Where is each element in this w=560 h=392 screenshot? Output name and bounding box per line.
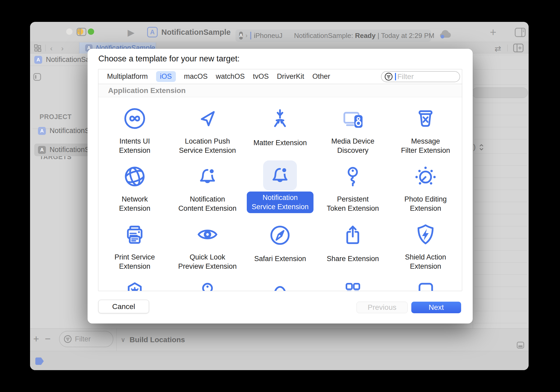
- template-filter-field[interactable]: Filter: [381, 71, 460, 82]
- notification-content-icon: [194, 163, 221, 190]
- template-quick-look-preview-extension[interactable]: Quick LookPreview Extension: [171, 213, 244, 271]
- toolbar-status-pill[interactable]: A › iPhoneuJ NotificationSample: Ready |…: [235, 30, 431, 42]
- tab-ios[interactable]: iOS: [156, 71, 176, 82]
- bottom-bar-toggle-icon[interactable]: [517, 342, 524, 349]
- sidebar-item-target[interactable]: A NotificationSa: [38, 146, 94, 154]
- template-grid: Intents UIExtension Location PushService…: [98, 97, 462, 291]
- status-bar: [30, 351, 529, 370]
- template-matter-extension[interactable]: Matter Extension: [244, 97, 317, 155]
- back-chevron-icon[interactable]: ‹: [50, 44, 52, 53]
- template-intents-ui-extension[interactable]: Intents UIExtension: [98, 97, 171, 155]
- activity-status: NotificationSample: Ready | Today at 2:2…: [294, 32, 434, 40]
- tab-driverkit[interactable]: DriverKit: [277, 72, 304, 81]
- breakpoint-tag-icon[interactable]: [35, 357, 44, 365]
- share-icon: [340, 222, 366, 248]
- template-network-extension[interactable]: NetworkExtension: [98, 155, 171, 213]
- project-item-label: NotificationSa: [50, 127, 94, 135]
- template-partial-1[interactable]: [98, 271, 171, 291]
- sidebar-item-project[interactable]: A NotificationSa: [38, 127, 94, 135]
- platform-tabs: Multiplatform iOS macOS watchOS tvOS Dri…: [98, 69, 462, 84]
- divider: [507, 45, 508, 51]
- template-partial-2[interactable]: [171, 271, 244, 291]
- template-photo-editing-extension[interactable]: Photo EditingExtension: [389, 155, 462, 213]
- quick-look-icon: [194, 221, 221, 248]
- network-icon: [122, 163, 148, 190]
- intents-ui-icon: [122, 105, 148, 132]
- print-service-icon: [122, 221, 148, 248]
- tab-tvos[interactable]: tvOS: [253, 72, 269, 81]
- sidebar-header-project: PROJECT: [40, 113, 72, 121]
- app-store-icon: A: [147, 27, 158, 37]
- editor-column-divider: [473, 54, 473, 351]
- tab-multiplatform[interactable]: Multiplatform: [107, 72, 148, 81]
- gear-shield-icon: [122, 280, 148, 291]
- bottom-filter-bar: + − Filter ∨ Build Locations: [30, 328, 529, 351]
- shield-action-icon: [412, 221, 439, 248]
- forward-chevron-icon[interactable]: ›: [61, 44, 64, 53]
- filter-placeholder: Filter: [397, 72, 414, 81]
- template-chooser: Multiplatform iOS macOS watchOS tvOS Dri…: [98, 69, 462, 291]
- filter-placeholder: Filter: [75, 335, 91, 343]
- location-push-icon: [194, 105, 221, 132]
- template-notification-content-extension[interactable]: NotificationContent Extension: [171, 155, 244, 213]
- divider: [116, 329, 117, 351]
- template-share-extension[interactable]: Share Extension: [316, 213, 389, 271]
- add-toolbar-button[interactable]: +: [490, 26, 496, 39]
- template-partial-4[interactable]: [316, 271, 389, 291]
- navigator-toggle-icon[interactable]: [76, 28, 86, 37]
- add-button[interactable]: +: [33, 333, 39, 345]
- new-target-dialog: Choose a template for your new target: M…: [88, 49, 473, 324]
- next-button[interactable]: Next: [411, 302, 461, 313]
- cancel-button[interactable]: Cancel: [98, 300, 149, 313]
- matter-icon: [267, 106, 293, 133]
- photo-editing-icon: [412, 163, 439, 190]
- inspector-toggle-icon[interactable]: [515, 28, 526, 38]
- iphone-device-icon[interactable]: [250, 32, 251, 40]
- tab-other[interactable]: Other: [312, 72, 330, 81]
- dialog-title: Choose a template for your new target:: [98, 54, 240, 63]
- template-partial-3[interactable]: [244, 271, 317, 291]
- template-media-device-discovery[interactable]: Media DeviceDiscovery: [316, 97, 389, 155]
- section-header: Application Extension: [98, 84, 462, 97]
- breadcrumb-file-icon: A: [34, 56, 42, 64]
- tab-macos[interactable]: macOS: [184, 72, 208, 81]
- template-message-filter-extension[interactable]: MessageFilter Extension: [389, 97, 462, 155]
- previous-button[interactable]: Previous: [356, 302, 408, 313]
- window-project-title: NotificationSample: [161, 28, 231, 37]
- template-print-service-extension[interactable]: Print ServiceExtension: [98, 213, 171, 271]
- remove-button[interactable]: −: [45, 333, 51, 345]
- target-app-icon: A: [38, 146, 46, 154]
- build-locations-disclosure[interactable]: ∨ Build Locations: [121, 329, 185, 351]
- four-squares-icon: [340, 280, 366, 291]
- project-sidebar-toggle-icon[interactable]: [33, 73, 41, 82]
- run-button[interactable]: ▶: [128, 27, 134, 38]
- template-partial-5[interactable]: [389, 271, 462, 291]
- safari-icon: [267, 222, 293, 248]
- balloon-key-icon: [194, 280, 221, 291]
- traffic-zoom-button[interactable]: [88, 28, 94, 35]
- tab-watchos[interactable]: watchOS: [216, 72, 245, 81]
- run-destination[interactable]: iPhoneuJ: [254, 32, 282, 40]
- template-location-push-service-extension[interactable]: Location PushService Extension: [171, 97, 244, 155]
- media-device-icon: [340, 105, 366, 132]
- add-editor-icon[interactable]: [513, 43, 524, 53]
- persistent-token-icon: [340, 163, 366, 190]
- template-shield-action-extension[interactable]: Shield ActionExtension: [389, 213, 462, 271]
- template-persistent-token-extension[interactable]: PersistentToken Extension: [316, 155, 389, 213]
- disclosure-chevron-icon[interactable]: ∨: [121, 336, 125, 344]
- related-items-icon[interactable]: [34, 44, 42, 53]
- background-dropdown: [472, 87, 528, 98]
- template-notification-service-extension-selected[interactable]: NotificationService Extension: [244, 155, 317, 213]
- scheme-chevron-icon: ›: [245, 32, 248, 39]
- notification-service-icon: [267, 162, 293, 189]
- template-safari-extension[interactable]: Safari Extension: [244, 213, 317, 271]
- message-filter-icon: [412, 105, 439, 132]
- scheme-app-icon[interactable]: A: [239, 32, 243, 40]
- filter-icon: [384, 72, 393, 81]
- cloud-status-icon: [438, 29, 452, 40]
- window-toolbar: ▶ A NotificationSample A › iPhoneuJ Noti…: [30, 22, 529, 42]
- traffic-close-button[interactable]: [66, 28, 73, 35]
- swap-editors-icon[interactable]: ⇄: [495, 44, 501, 53]
- sidebar-separator: [33, 129, 89, 129]
- sidebar-filter-field[interactable]: Filter: [59, 331, 113, 347]
